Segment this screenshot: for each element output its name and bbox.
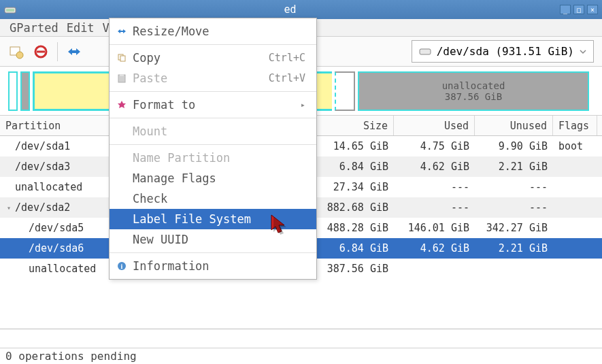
disk-seg-sda3[interactable] — [20, 71, 30, 111]
menu-label: Format to — [133, 98, 295, 112]
menu-name-partition: Name Partition — [110, 148, 316, 168]
menu-mount: Mount — [110, 121, 316, 142]
mouse-cursor — [269, 214, 290, 237]
menu-label: Name Partition — [133, 151, 305, 165]
svg-text:i: i — [121, 263, 123, 270]
unused-cell: 2.21 GiB — [475, 156, 553, 177]
format-icon — [116, 99, 127, 110]
paste-icon — [116, 73, 127, 84]
menu-format-to[interactable]: Format to ▸ — [110, 95, 316, 115]
menu-accel: Ctrl+V — [269, 72, 305, 84]
flags-cell — [553, 238, 597, 259]
used-cell: 4.62 GiB — [394, 156, 475, 177]
resize-icon — [116, 26, 127, 37]
toolbar-separator — [57, 42, 58, 61]
app-icon — [4, 3, 16, 16]
flags-cell: boot — [553, 136, 597, 156]
titlebar: ed _ □ × — [0, 0, 602, 19]
svg-rect-10 — [120, 74, 124, 76]
used-cell: 4.62 GiB — [394, 238, 475, 259]
size-cell: 6.84 GiB — [311, 156, 394, 177]
minimize-button[interactable]: _ — [560, 5, 571, 14]
used-cell: --- — [394, 177, 475, 197]
disk-seg-sda1[interactable] — [8, 71, 18, 111]
chevron-down-icon — [580, 48, 586, 55]
menu-separator — [110, 252, 316, 253]
flags-cell — [553, 197, 597, 218]
menu-label: Paste — [133, 71, 263, 85]
svg-point-3 — [16, 52, 23, 59]
used-cell: 146.01 GiB — [394, 218, 475, 238]
svg-rect-6 — [420, 49, 431, 54]
disk-seg-sda6[interactable] — [335, 71, 355, 111]
used-cell: --- — [394, 197, 475, 218]
menu-label: Check — [133, 192, 305, 205]
flags-cell — [553, 177, 597, 197]
disk-seg-unallocated[interactable]: unallocated 387.56 GiB — [358, 71, 589, 111]
menu-label: Mount — [133, 125, 305, 138]
flags-cell — [553, 259, 597, 279]
menu-separator — [110, 91, 316, 92]
flags-cell — [553, 218, 597, 238]
unalloc-label: unallocated — [442, 80, 505, 91]
unused-cell: 9.90 GiB — [475, 136, 553, 156]
menu-check[interactable]: Check — [110, 188, 316, 209]
menu-separator — [110, 144, 316, 145]
used-cell — [394, 259, 475, 279]
header-unused[interactable]: Unused — [475, 116, 553, 135]
unused-cell: --- — [475, 177, 553, 197]
expander-icon[interactable]: ▾ — [7, 204, 11, 212]
resize-icon[interactable] — [66, 44, 82, 60]
menu-gparted[interactable]: GParted — [7, 20, 61, 36]
menu-information[interactable]: i Information — [110, 256, 316, 276]
menu-label: Information — [133, 259, 305, 273]
unused-cell: --- — [475, 197, 553, 218]
menu-separator — [110, 44, 316, 45]
size-cell: 6.84 GiB — [311, 238, 394, 259]
copy-icon — [116, 52, 127, 63]
header-size[interactable]: Size — [311, 116, 394, 135]
device-selector[interactable]: /dev/sda (931.51 GiB) — [412, 40, 594, 63]
disk-icon — [419, 47, 431, 56]
new-partition-icon[interactable] — [8, 44, 24, 60]
maximize-button[interactable]: □ — [573, 5, 584, 14]
titlebar-text: ed — [20, 3, 560, 16]
status-text: 0 operations pending — [0, 348, 602, 364]
unused-cell: 2.21 GiB — [475, 238, 553, 259]
menu-separator — [110, 118, 316, 118]
menu-edit[interactable]: Edit — [64, 20, 97, 36]
delete-icon[interactable] — [33, 44, 49, 60]
size-cell: 27.34 GiB — [311, 177, 394, 197]
menu-copy[interactable]: Copy Ctrl+C — [110, 48, 316, 68]
unused-cell — [475, 259, 553, 279]
window-controls: _ □ × — [560, 5, 598, 14]
menu-accel: Ctrl+C — [269, 52, 305, 64]
context-menu: Resize/Move Copy Ctrl+C Paste Ctrl+V For… — [109, 18, 317, 280]
svg-rect-8 — [120, 56, 125, 61]
svg-rect-1 — [6, 9, 14, 12]
close-button[interactable]: × — [587, 5, 598, 14]
menu-label: Resize/Move — [133, 24, 305, 38]
submenu-arrow-icon: ▸ — [301, 100, 305, 110]
size-cell: 488.28 GiB — [311, 218, 394, 238]
device-label: /dev/sda (931.51 GiB) — [437, 45, 574, 58]
statusbar: 0 operations pending — [0, 329, 602, 364]
menu-paste: Paste Ctrl+V — [110, 68, 316, 88]
size-cell: 387.56 GiB — [311, 259, 394, 279]
menu-resize-move[interactable]: Resize/Move — [110, 21, 316, 42]
used-cell: 4.75 GiB — [394, 136, 475, 156]
menu-label: Copy — [133, 51, 263, 65]
info-icon: i — [116, 261, 127, 271]
size-cell: 14.65 GiB — [311, 136, 394, 156]
size-cell: 882.68 GiB — [311, 197, 394, 218]
unused-cell: 342.27 GiB — [475, 218, 553, 238]
menu-manage-flags[interactable]: Manage Flags — [110, 168, 316, 188]
header-used[interactable]: Used — [394, 116, 475, 135]
menu-label: Manage Flags — [133, 171, 305, 185]
unalloc-size: 387.56 GiB — [445, 91, 502, 102]
flags-cell — [553, 156, 597, 177]
header-flags[interactable]: Flags — [553, 116, 597, 135]
